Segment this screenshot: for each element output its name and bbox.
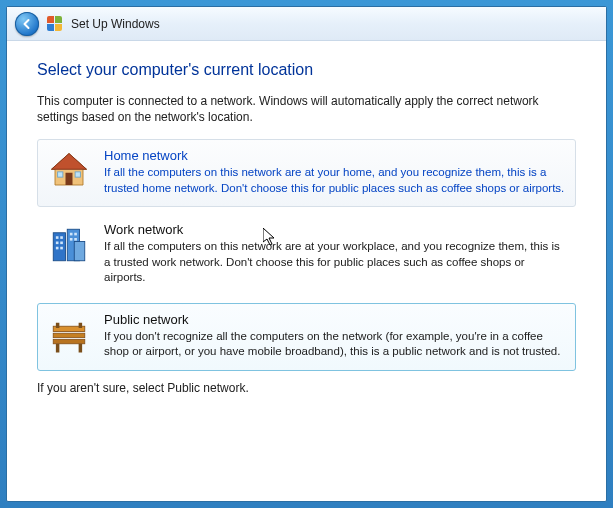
- page-heading: Select your computer's current location: [37, 61, 576, 79]
- park-bench-icon: [48, 314, 90, 356]
- option-home-desc: If all the computers on this network are…: [104, 165, 565, 196]
- option-work-network[interactable]: Work network If all the computers on thi…: [37, 213, 576, 297]
- office-buildings-icon: [48, 224, 90, 266]
- svg-rect-19: [53, 333, 85, 337]
- svg-rect-13: [60, 247, 63, 250]
- svg-rect-11: [60, 242, 63, 245]
- svg-rect-9: [60, 237, 63, 240]
- option-home-network[interactable]: Home network If all the computers on thi…: [37, 139, 576, 207]
- svg-rect-7: [74, 242, 85, 261]
- footnote-text: If you aren't sure, select Public networ…: [37, 381, 576, 395]
- house-icon: [48, 150, 90, 192]
- option-public-title: Public network: [104, 312, 565, 327]
- option-home-title: Home network: [104, 148, 565, 163]
- option-work-body: Work network If all the computers on thi…: [104, 222, 565, 286]
- option-public-body: Public network If you don't recognize al…: [104, 312, 565, 360]
- svg-rect-16: [70, 238, 73, 241]
- svg-rect-14: [70, 233, 73, 236]
- svg-rect-22: [79, 344, 83, 353]
- svg-rect-21: [56, 344, 60, 353]
- windows-flag-icon: [47, 16, 63, 32]
- svg-rect-2: [66, 173, 73, 185]
- svg-rect-24: [79, 323, 83, 328]
- content-area: Select your computer's current location …: [7, 41, 606, 501]
- svg-rect-12: [56, 247, 59, 250]
- svg-rect-3: [58, 172, 63, 177]
- svg-rect-20: [53, 339, 85, 343]
- svg-rect-23: [56, 323, 60, 328]
- svg-rect-17: [74, 238, 77, 241]
- option-work-desc: If all the computers on this network are…: [104, 239, 565, 286]
- titlebar: Set Up Windows: [7, 7, 606, 41]
- window-frame: Set Up Windows Select your computer's cu…: [0, 0, 613, 508]
- window-title: Set Up Windows: [71, 17, 160, 31]
- svg-rect-15: [74, 233, 77, 236]
- back-arrow-icon: [20, 17, 34, 31]
- option-work-title: Work network: [104, 222, 565, 237]
- svg-rect-10: [56, 242, 59, 245]
- option-public-network[interactable]: Public network If you don't recognize al…: [37, 303, 576, 371]
- back-button[interactable]: [15, 12, 39, 36]
- svg-rect-8: [56, 237, 59, 240]
- window-chrome: Set Up Windows Select your computer's cu…: [6, 6, 607, 502]
- svg-marker-1: [52, 154, 87, 170]
- svg-rect-5: [53, 233, 65, 261]
- intro-text: This computer is connected to a network.…: [37, 93, 576, 125]
- svg-rect-4: [75, 172, 80, 177]
- option-public-desc: If you don't recognize all the computers…: [104, 329, 565, 360]
- option-home-body: Home network If all the computers on thi…: [104, 148, 565, 196]
